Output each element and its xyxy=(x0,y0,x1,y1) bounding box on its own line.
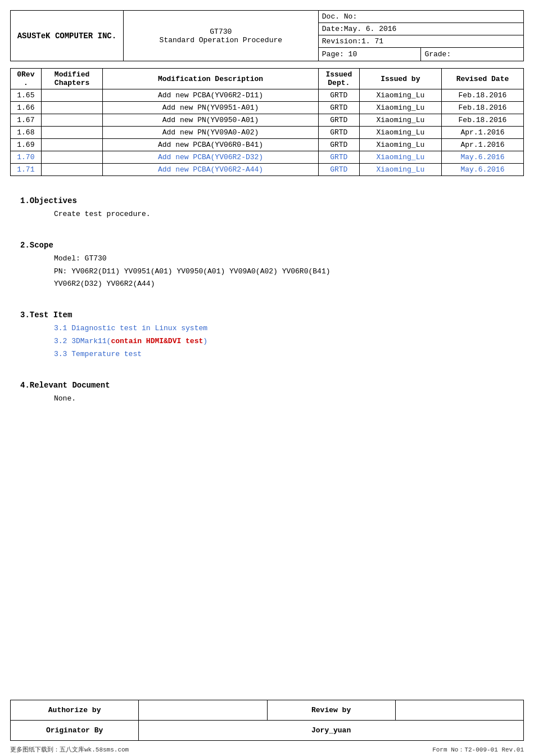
test-item-body: 3.1 Diagnostic test in Linux system 3.2 … xyxy=(20,323,514,360)
doc-no: Doc. No: xyxy=(319,11,523,23)
revision-section: 0Rev. ModifiedChapters Modification Desc… xyxy=(0,61,534,176)
relevant-doc-body: None. xyxy=(20,393,514,405)
revision-cell-mod xyxy=(41,151,103,164)
revision-cell-by: Xiaoming_Lu xyxy=(359,164,441,176)
revision-cell-by: Xiaoming_Lu xyxy=(359,151,441,164)
footer-review-value xyxy=(395,700,523,721)
doc-revision: Revision:1. 71 xyxy=(319,35,523,48)
revision-cell-dept: GRTD xyxy=(318,102,359,114)
revision-row: 1.66Add new PN(YV0951-A01)GRTDXiaoming_L… xyxy=(11,102,524,114)
scope-title: 2.Scope xyxy=(20,241,514,250)
revision-cell-date: Feb.18.2016 xyxy=(441,114,523,127)
bottom-left: 更多图纸下载到：五八文库wk.58sms.com xyxy=(10,745,129,754)
col-revised-date: Revised Date xyxy=(441,69,523,89)
scope-model: Model: GT730 xyxy=(54,253,514,265)
test-item-2-bold: contain HDMI&DVI test xyxy=(111,337,203,345)
main-content: 1.Objectives Create test procedure. 2.Sc… xyxy=(0,176,534,690)
revision-table: 0Rev. ModifiedChapters Modification Desc… xyxy=(10,68,524,176)
footer-table: Authorize by Review by Originator By Jor… xyxy=(10,700,524,741)
doc-date: Date:May. 6. 2016 xyxy=(319,23,523,35)
scope-pn-line2: YV06R2(D32) YV06R2(A44) xyxy=(54,278,514,290)
scope-pn-line1: PN: YV06R2(D11) YV0951(A01) YV0950(A01) … xyxy=(54,266,514,278)
bottom-bar: 更多图纸下载到：五八文库wk.58sms.com Form No：T2-009-… xyxy=(0,743,534,756)
revision-cell-date: Feb.18.2016 xyxy=(441,102,523,114)
revision-cell-dept: GRTD xyxy=(318,164,359,176)
revision-cell-date: Feb.18.2016 xyxy=(441,89,523,102)
revision-cell-by: Xiaoming_Lu xyxy=(359,114,441,127)
footer-authorize-value xyxy=(139,700,267,721)
revision-cell-dept: GRTD xyxy=(318,89,359,102)
objectives-title: 1.Objectives xyxy=(20,196,514,205)
bottom-right: Form No：T2-009-01 Rev.01 xyxy=(432,745,524,754)
revision-cell-dept: GRTD xyxy=(318,139,359,151)
revision-cell-date: Apr.1.2016 xyxy=(441,139,523,151)
revision-cell-mod xyxy=(41,139,103,151)
col-issued-by: Issued by xyxy=(359,69,441,89)
doc-title-line1: GT730 xyxy=(210,28,232,36)
revision-cell-dept: GRTD xyxy=(318,127,359,139)
doc-meta-cell: Doc. No: Date:May. 6. 2016 Revision:1. 7… xyxy=(318,11,523,61)
revision-cell-rev: 1.65 xyxy=(11,89,42,102)
revision-cell-dept: GRTD xyxy=(318,151,359,164)
col-issued-dept: IssuedDept. xyxy=(318,69,359,89)
section-scope: 2.Scope Model: GT730 PN: YV06R2(D11) YV0… xyxy=(20,241,514,290)
revision-row: 1.70Add new PCBA(YV06R2-D32)GRTDXiaoming… xyxy=(11,151,524,164)
revision-cell-by: Xiaoming_Lu xyxy=(359,89,441,102)
test-item-3: 3.3 Temperature test xyxy=(54,349,514,361)
revision-cell-date: Apr.1.2016 xyxy=(441,127,523,139)
revision-row: 1.68Add new PN(YV09A0-A02)GRTDXiaoming_L… xyxy=(11,127,524,139)
scope-body: Model: GT730 PN: YV06R2(D11) YV0951(A01)… xyxy=(20,253,514,290)
col-mod: ModifiedChapters xyxy=(41,69,103,89)
test-item-2-suffix: ) xyxy=(203,337,207,345)
footer-authorize: Authorize by xyxy=(11,700,139,721)
section-relevant-doc: 4.Relevant Document None. xyxy=(20,381,514,405)
revision-cell-desc: Add new PCBA(YV06R0-B41) xyxy=(103,139,318,151)
revision-cell-desc: Add new PCBA(YV06R2-D32) xyxy=(103,151,318,164)
revision-cell-dept: GRTD xyxy=(318,114,359,127)
col-desc: Modification Description xyxy=(103,69,318,89)
revision-row: 1.65Add new PCBA(YV06R2-D11)GRTDXiaoming… xyxy=(11,89,524,102)
doc-page-grade: Page: 10 Grade: xyxy=(319,48,523,61)
footer-originator-value: Jory_yuan xyxy=(139,721,524,741)
revision-cell-desc: Add new PCBA(YV06R2-A44) xyxy=(103,164,318,176)
col-rev: 0Rev. xyxy=(11,69,42,89)
revision-cell-desc: Add new PN(YV0951-A01) xyxy=(103,102,318,114)
doc-page: Page: 10 xyxy=(319,48,422,61)
company-cell: ASUSTeK COMPUTER INC. xyxy=(11,11,124,61)
header-table: ASUSTeK COMPUTER INC. GT730 Standard Ope… xyxy=(10,10,524,61)
footer-review: Review by xyxy=(267,700,395,721)
relevant-doc-title: 4.Relevant Document xyxy=(20,381,514,390)
revision-cell-date: May.6.2016 xyxy=(441,151,523,164)
test-item-1-text: 3.1 Diagnostic test in Linux system xyxy=(54,324,207,332)
test-item-3-text: 3.3 Temperature test xyxy=(54,350,142,358)
revision-cell-mod xyxy=(41,89,103,102)
revision-cell-rev: 1.66 xyxy=(11,102,42,114)
revision-cell-mod xyxy=(41,102,103,114)
revision-cell-by: Xiaoming_Lu xyxy=(359,102,441,114)
revision-cell-by: Xiaoming_Lu xyxy=(359,139,441,151)
doc-title-cell: GT730 Standard Operation Procedure xyxy=(123,11,318,61)
revision-cell-by: Xiaoming_Lu xyxy=(359,127,441,139)
revision-cell-rev: 1.71 xyxy=(11,164,42,176)
revision-cell-desc: Add new PN(YV0950-A01) xyxy=(103,114,318,127)
revision-cell-rev: 1.69 xyxy=(11,139,42,151)
revision-cell-rev: 1.67 xyxy=(11,114,42,127)
footer-originator: Originator By xyxy=(11,721,139,741)
revision-row: 1.71Add new PCBA(YV06R2-A44)GRTDXiaoming… xyxy=(11,164,524,176)
company-name: ASUSTeK COMPUTER INC. xyxy=(17,32,116,40)
section-test-item: 3.Test Item 3.1 Diagnostic test in Linux… xyxy=(20,310,514,360)
test-item-2-prefix: 3.2 3DMark11( xyxy=(54,337,111,345)
revision-cell-desc: Add new PN(YV09A0-A02) xyxy=(103,127,318,139)
revision-row: 1.69Add new PCBA(YV06R0-B41)GRTDXiaoming… xyxy=(11,139,524,151)
test-item-1: 3.1 Diagnostic test in Linux system xyxy=(54,323,514,335)
revision-cell-mod xyxy=(41,127,103,139)
revision-row: 1.67Add new PN(YV0950-A01)GRTDXiaoming_L… xyxy=(11,114,524,127)
test-item-2: 3.2 3DMark11(contain HDMI&DVI test) xyxy=(54,336,514,348)
test-item-title: 3.Test Item xyxy=(20,310,514,320)
revision-cell-mod xyxy=(41,164,103,176)
revision-cell-mod xyxy=(41,114,103,127)
objectives-body: Create test procedure. xyxy=(20,209,514,220)
revision-cell-date: May.6.2016 xyxy=(441,164,523,176)
doc-title-line2: Standard Operation Procedure xyxy=(160,36,282,44)
revision-cell-desc: Add new PCBA(YV06R2-D11) xyxy=(103,89,318,102)
